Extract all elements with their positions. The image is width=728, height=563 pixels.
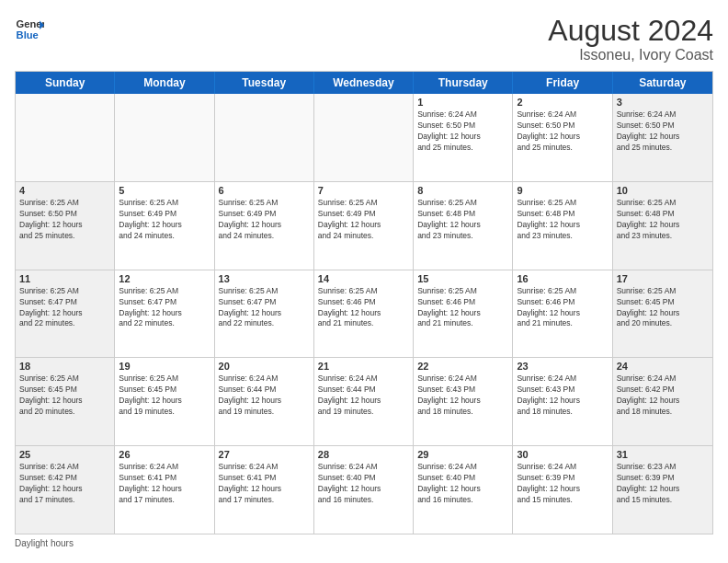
calendar-header-cell: Friday <box>513 72 612 94</box>
calendar-header-cell: Thursday <box>414 72 513 94</box>
day-number: 12 <box>119 273 210 284</box>
calendar-cell <box>115 94 214 181</box>
header: General Blue August 2024 Issoneu, Ivory … <box>15 15 713 63</box>
day-info: Sunrise: 6:25 AM Sunset: 6:48 PM Dayligh… <box>417 198 508 242</box>
day-number: 15 <box>417 273 508 284</box>
main-title: August 2024 <box>548 15 713 47</box>
calendar-cell: 28Sunrise: 6:24 AM Sunset: 6:40 PM Dayli… <box>314 446 414 534</box>
day-number: 23 <box>517 361 608 372</box>
day-info: Sunrise: 6:24 AM Sunset: 6:43 PM Dayligh… <box>517 373 608 418</box>
calendar-cell <box>314 94 414 181</box>
calendar-week: 18Sunrise: 6:25 AM Sunset: 6:45 PM Dayli… <box>16 358 712 446</box>
day-info: Sunrise: 6:24 AM Sunset: 6:50 PM Dayligh… <box>517 109 608 154</box>
day-info: Sunrise: 6:24 AM Sunset: 6:40 PM Dayligh… <box>318 462 409 506</box>
day-info: Sunrise: 6:25 AM Sunset: 6:46 PM Dayligh… <box>517 286 608 330</box>
calendar-cell: 9Sunrise: 6:25 AM Sunset: 6:48 PM Daylig… <box>513 182 612 270</box>
calendar-cell: 21Sunrise: 6:24 AM Sunset: 6:44 PM Dayli… <box>314 358 414 445</box>
day-number: 13 <box>219 273 310 284</box>
day-number: 31 <box>617 449 709 460</box>
title-block: August 2024 Issoneu, Ivory Coast <box>548 15 713 63</box>
calendar-header-row: SundayMondayTuesdayWednesdayThursdayFrid… <box>16 72 712 94</box>
calendar-cell: 3Sunrise: 6:24 AM Sunset: 6:50 PM Daylig… <box>613 94 712 181</box>
day-number: 3 <box>617 97 709 108</box>
calendar-week: 25Sunrise: 6:24 AM Sunset: 6:42 PM Dayli… <box>16 446 712 534</box>
day-info: Sunrise: 6:25 AM Sunset: 6:49 PM Dayligh… <box>318 198 409 242</box>
calendar-cell: 10Sunrise: 6:25 AM Sunset: 6:48 PM Dayli… <box>613 182 712 270</box>
day-info: Sunrise: 6:24 AM Sunset: 6:44 PM Dayligh… <box>219 373 310 418</box>
logo: General Blue <box>15 15 46 44</box>
calendar-cell: 25Sunrise: 6:24 AM Sunset: 6:42 PM Dayli… <box>16 446 115 534</box>
calendar-cell: 6Sunrise: 6:25 AM Sunset: 6:49 PM Daylig… <box>215 182 314 270</box>
day-info: Sunrise: 6:24 AM Sunset: 6:44 PM Dayligh… <box>318 373 409 418</box>
calendar-header-cell: Monday <box>115 72 214 94</box>
day-info: Sunrise: 6:23 AM Sunset: 6:39 PM Dayligh… <box>617 462 709 506</box>
day-info: Sunrise: 6:25 AM Sunset: 6:49 PM Dayligh… <box>219 198 310 242</box>
calendar-cell: 20Sunrise: 6:24 AM Sunset: 6:44 PM Dayli… <box>215 358 314 445</box>
calendar-header-cell: Saturday <box>613 72 712 94</box>
day-number: 28 <box>318 449 409 460</box>
calendar-cell: 8Sunrise: 6:25 AM Sunset: 6:48 PM Daylig… <box>414 182 513 270</box>
footer: Daylight hours <box>15 538 713 548</box>
day-number: 25 <box>19 449 110 460</box>
calendar-body: 1Sunrise: 6:24 AM Sunset: 6:50 PM Daylig… <box>16 94 712 534</box>
day-info: Sunrise: 6:24 AM Sunset: 6:41 PM Dayligh… <box>119 462 210 506</box>
calendar-cell: 31Sunrise: 6:23 AM Sunset: 6:39 PM Dayli… <box>613 446 712 534</box>
calendar-header-cell: Tuesday <box>215 72 314 94</box>
calendar-cell: 12Sunrise: 6:25 AM Sunset: 6:47 PM Dayli… <box>115 270 214 358</box>
calendar-cell: 18Sunrise: 6:25 AM Sunset: 6:45 PM Dayli… <box>16 358 115 445</box>
day-info: Sunrise: 6:24 AM Sunset: 6:50 PM Dayligh… <box>417 109 508 154</box>
day-info: Sunrise: 6:24 AM Sunset: 6:42 PM Dayligh… <box>617 373 709 418</box>
day-number: 14 <box>318 273 409 284</box>
day-number: 1 <box>417 97 508 108</box>
day-number: 27 <box>219 449 310 460</box>
day-info: Sunrise: 6:25 AM Sunset: 6:47 PM Dayligh… <box>219 286 310 330</box>
calendar-header-cell: Wednesday <box>314 72 414 94</box>
day-info: Sunrise: 6:24 AM Sunset: 6:43 PM Dayligh… <box>417 373 508 418</box>
day-info: Sunrise: 6:24 AM Sunset: 6:39 PM Dayligh… <box>517 462 608 506</box>
day-info: Sunrise: 6:25 AM Sunset: 6:50 PM Dayligh… <box>19 198 110 242</box>
daylight-label: Daylight hours <box>15 538 74 548</box>
calendar-header-cell: Sunday <box>16 72 115 94</box>
day-info: Sunrise: 6:25 AM Sunset: 6:48 PM Dayligh… <box>517 198 608 242</box>
day-info: Sunrise: 6:25 AM Sunset: 6:48 PM Dayligh… <box>617 198 709 242</box>
calendar-cell: 26Sunrise: 6:24 AM Sunset: 6:41 PM Dayli… <box>115 446 214 534</box>
calendar-week: 4Sunrise: 6:25 AM Sunset: 6:50 PM Daylig… <box>16 182 712 270</box>
calendar-cell: 19Sunrise: 6:25 AM Sunset: 6:45 PM Dayli… <box>115 358 214 445</box>
day-number: 18 <box>19 361 110 372</box>
calendar-cell: 17Sunrise: 6:25 AM Sunset: 6:45 PM Dayli… <box>613 270 712 358</box>
day-info: Sunrise: 6:25 AM Sunset: 6:49 PM Dayligh… <box>119 198 210 242</box>
day-number: 4 <box>19 185 110 196</box>
page: General Blue August 2024 Issoneu, Ivory … <box>0 0 728 563</box>
calendar-cell <box>16 94 115 181</box>
calendar-week: 11Sunrise: 6:25 AM Sunset: 6:47 PM Dayli… <box>16 270 712 359</box>
day-number: 29 <box>417 449 508 460</box>
day-info: Sunrise: 6:25 AM Sunset: 6:46 PM Dayligh… <box>318 286 409 330</box>
calendar-cell: 15Sunrise: 6:25 AM Sunset: 6:46 PM Dayli… <box>414 270 513 358</box>
calendar-cell: 30Sunrise: 6:24 AM Sunset: 6:39 PM Dayli… <box>513 446 612 534</box>
day-number: 10 <box>617 185 709 196</box>
calendar-cell: 27Sunrise: 6:24 AM Sunset: 6:41 PM Dayli… <box>215 446 314 534</box>
calendar-cell: 16Sunrise: 6:25 AM Sunset: 6:46 PM Dayli… <box>513 270 612 358</box>
calendar-cell: 7Sunrise: 6:25 AM Sunset: 6:49 PM Daylig… <box>314 182 414 270</box>
logo-icon: General Blue <box>15 15 44 44</box>
calendar-cell: 22Sunrise: 6:24 AM Sunset: 6:43 PM Dayli… <box>414 358 513 445</box>
calendar-cell: 14Sunrise: 6:25 AM Sunset: 6:46 PM Dayli… <box>314 270 414 358</box>
day-number: 11 <box>19 273 110 284</box>
day-number: 26 <box>119 449 210 460</box>
calendar-week: 1Sunrise: 6:24 AM Sunset: 6:50 PM Daylig… <box>16 94 712 182</box>
day-number: 22 <box>417 361 508 372</box>
day-info: Sunrise: 6:25 AM Sunset: 6:47 PM Dayligh… <box>119 286 210 330</box>
day-info: Sunrise: 6:25 AM Sunset: 6:46 PM Dayligh… <box>417 286 508 330</box>
calendar-cell: 24Sunrise: 6:24 AM Sunset: 6:42 PM Dayli… <box>613 358 712 445</box>
calendar-cell: 5Sunrise: 6:25 AM Sunset: 6:49 PM Daylig… <box>115 182 214 270</box>
day-info: Sunrise: 6:25 AM Sunset: 6:45 PM Dayligh… <box>119 373 210 418</box>
day-number: 7 <box>318 185 409 196</box>
day-info: Sunrise: 6:25 AM Sunset: 6:45 PM Dayligh… <box>19 373 110 418</box>
calendar-cell: 4Sunrise: 6:25 AM Sunset: 6:50 PM Daylig… <box>16 182 115 270</box>
calendar-cell: 2Sunrise: 6:24 AM Sunset: 6:50 PM Daylig… <box>513 94 612 181</box>
day-number: 16 <box>517 273 608 284</box>
day-number: 21 <box>318 361 409 372</box>
subtitle: Issoneu, Ivory Coast <box>548 47 713 63</box>
svg-text:Blue: Blue <box>17 29 39 40</box>
day-number: 5 <box>119 185 210 196</box>
